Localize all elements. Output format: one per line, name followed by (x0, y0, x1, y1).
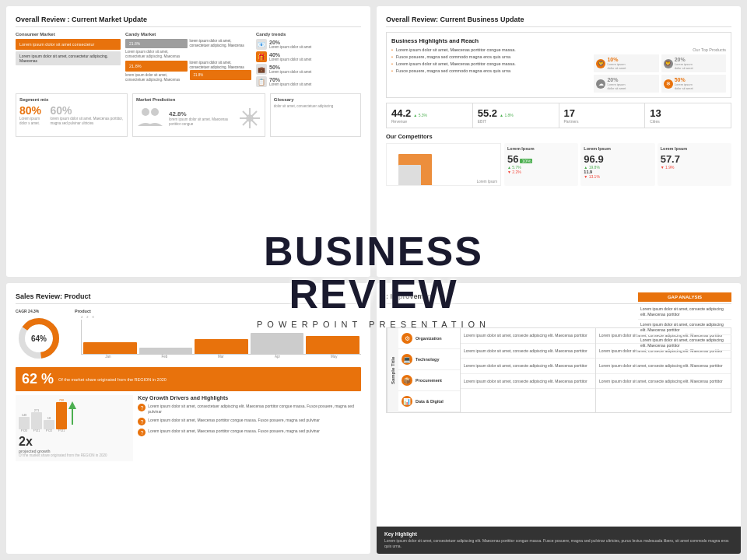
candy-trend-2: 🎁 40% Lorem ipsum dolor sit amet (256, 51, 361, 62)
candy-trends-label: Candy trends (256, 32, 361, 37)
cagr-label: CAGR 24.3% (16, 309, 70, 313)
seg-pct2: 60% (50, 104, 124, 117)
highlights-title: Business Highlights and Reach (391, 37, 726, 44)
label-apr: Apr (251, 355, 305, 359)
comp-col3-title: Lorem Ipsum (661, 146, 728, 151)
candy-icon-2: 🎁 (256, 51, 267, 62)
desc1-1: Lorem ipsum dolor sit amet, consecte adi… (461, 328, 595, 344)
consumer-lorem2: Lorem ipsum dolor sit amet, consectetur … (19, 54, 108, 63)
candy-trend-1: 📧 20% Lorem ipsum dolor sit amet (256, 39, 361, 50)
metric-cities-label: Cities (650, 119, 661, 124)
desc1-2: Lorem ipsum dolor sit amet, consecte adi… (461, 344, 595, 359)
candy-orange1: 21.8% (125, 61, 188, 72)
candy-icon-3: 💼 (256, 64, 267, 75)
market-share-bar: 62 % Of the market share originated from… (16, 367, 361, 391)
metric-partners: 17 Partners (559, 103, 646, 128)
growth-arrow (68, 401, 76, 432)
growth-sub-text: Of the market share originated from the … (19, 453, 130, 458)
highlight-3: ? Lorem ipsum dolor sit amet, Maecenas p… (138, 429, 361, 436)
highlight-2: ? Lorem ipsum dolor sit amet, Maecenas p… (138, 418, 361, 425)
slide-2: Overall Review: Current Business Update … (377, 6, 741, 277)
snowflake-icon (238, 107, 261, 130)
q-icon-2: ? (138, 418, 146, 425)
comp-badge-1: 10% (520, 159, 532, 163)
q-icon-3: ? (138, 429, 146, 436)
prod-grid: 🦁 10% Lorem ipsumdolor sit amet 🦁 20% Lo… (594, 54, 726, 93)
slide-4: : Improvement GAP ANALYSIS Lorem ipsum d… (377, 283, 741, 554)
bar-jan (83, 342, 137, 354)
candy-gray1: 21.8% (125, 39, 188, 48)
bar-fy22 (44, 420, 54, 429)
metrics-row: 44.2 Revenue 5.3% 55.2 EBIT 1.8% 17 Part… (386, 103, 731, 128)
top-products-label: Our Top Products (594, 47, 726, 52)
comp-sub2-2: ▼ 13.1% (584, 174, 651, 179)
highlight-1: ? Lorem ipsum dolor sit amet, consectetu… (138, 404, 361, 415)
bar-apr (251, 333, 304, 354)
desc2-4: Lorem ipsum dolor sit amet, consecte adi… (596, 374, 731, 390)
slide1-bottom-row: Segment mix 80% Lorem ipsum dolor s amet… (16, 93, 361, 137)
metric-revenue: 44.2 Revenue 5.3% (387, 103, 473, 128)
highlights-body: Lorem ipsum dolor sit amet, Maecenas por… (391, 47, 726, 93)
highlights-section: Business Highlights and Reach Lorem ipsu… (386, 32, 731, 98)
arrow-stem (72, 409, 73, 425)
bullet-2: Fusce posuere, magna sed commodo magna e… (391, 54, 589, 59)
key-highlight-title: Key Highlight (384, 531, 733, 537)
candy-trend-3: 💼 50% Lorem ipsum dolor sit amet (256, 64, 361, 75)
gap-item-3: Lorem ipsum dolor sit amet, consecte adi… (638, 335, 731, 351)
metric-partners-label: Partners (564, 119, 579, 124)
label-feb: Feb (138, 355, 192, 359)
cat-digital: 📊 Data & Digital (398, 391, 460, 412)
growth-area: 149 FY20 271 FY21 18 FY22 (16, 395, 133, 461)
slide2-title: Overall Review: Current Business Update (386, 16, 731, 27)
glossary-text: dolor sit amet, consectetuer adipiscing (274, 104, 357, 109)
comp-col-3: Lorem Ipsum 57.7 ▼ 1.9% (658, 143, 731, 186)
metric-ebit-label: EBIT (478, 119, 497, 124)
comp-col-1: Lorem Ipsum 56 10% ▲ 5.7% ▼ 2.2% (504, 143, 578, 186)
cat-organization: ⚙ Organization (398, 328, 460, 349)
comp-col2-title: Lorem Ipsum (584, 146, 651, 151)
bar-fy21-2 (56, 402, 67, 429)
comp-val-2: 96.9 (584, 153, 651, 165)
prod-pct-1: 10% (607, 57, 626, 62)
market-prediction-col: Market Prediction 42.8% lorem ipsum dolo… (132, 93, 265, 137)
desc2-3: Lorem ipsum dolor sit amet, consecte adi… (596, 359, 731, 374)
slide3-title: Sales Review: Product (16, 292, 361, 304)
metric-revenue-label: Revenue (391, 119, 411, 124)
candy-orange2: 21.8% (190, 70, 252, 80)
digital-icon: 📊 (402, 396, 412, 407)
category-col: ⚙ Organization 💻 Technology 📦 Procuremen… (398, 328, 461, 412)
slide1-title: Overall Review : Current Market Update (16, 16, 361, 27)
seg-pct1: 80% (19, 104, 45, 117)
h-text-1: Lorem ipsum dolor sit amet, consectetuer… (148, 404, 361, 415)
gap-item-2: Lorem ipsum dolor sit amet, consecte adi… (638, 320, 731, 335)
highlights-heading: Key Growth Drivers and Highlights (138, 395, 361, 401)
cat-name-proc: Procurement (416, 378, 442, 383)
bar-fy21 (31, 412, 42, 429)
gap-analysis-panel: GAP ANALYSIS Lorem ipsum dolor sit amet,… (638, 292, 731, 351)
comp-sub3-1: ▼ 1.9% (661, 165, 728, 170)
cat-technology: 💻 Technology (398, 349, 460, 370)
bar-labels: Jan Feb Mar Apr May (81, 355, 361, 359)
chart-title: Product (75, 309, 361, 313)
comp-val-1: 56 (507, 153, 518, 165)
bar-may (306, 336, 359, 354)
prod-item-3: ☁ 20% Lorem ipsumdolor sit amet (594, 75, 658, 93)
slide1-market-row: Consumer Market Lorem ipsum dolor sit am… (16, 32, 361, 89)
metric-revenue-val: 44.2 (391, 107, 411, 119)
growth-val: 2x (19, 435, 130, 449)
consumer-market-col: Consumer Market Lorem ipsum dolor sit am… (16, 32, 121, 89)
h-text-3: Lorem ipsum dolor sit amet, Maecenas por… (148, 429, 320, 436)
candy-market-col: Candy Market 21.8% Lorem ipsum dolor sit… (125, 32, 251, 89)
slide-3: Sales Review: Product CAGR 24.3% 64% Pro… (6, 283, 370, 554)
trend-pct1: 20% (269, 40, 311, 45)
label-mar: Mar (194, 355, 248, 359)
market-pred-label: Market Prediction (136, 97, 261, 102)
comp-sub1-2: ▼ 2.2% (507, 170, 575, 174)
metric-partners-val: 17 (564, 107, 579, 119)
label-may: May (307, 355, 361, 359)
metric-cities-val: 13 (650, 107, 661, 119)
comp-col-2: Lorem Ipsum 96.9 ▲ 19.8% 11.9 ▼ 13.1% (580, 143, 654, 186)
bar-mar (195, 339, 248, 354)
donut-chart: 64% (16, 315, 62, 362)
metric-revenue-change: 5.3% (413, 113, 427, 117)
